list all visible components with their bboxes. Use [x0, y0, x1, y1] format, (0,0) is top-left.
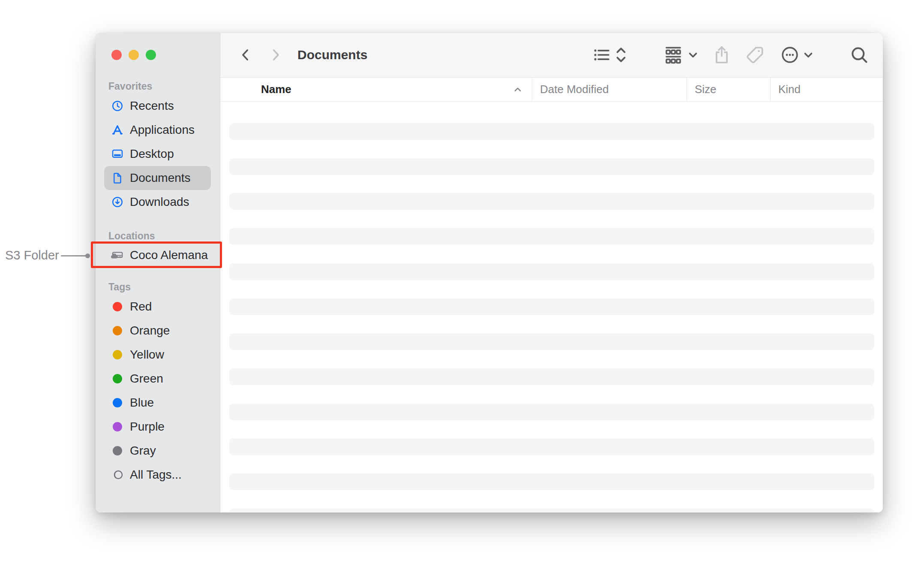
- minimize-button[interactable]: [129, 50, 139, 60]
- zoom-button[interactable]: [146, 50, 156, 60]
- placeholder-row[interactable]: [229, 368, 874, 385]
- share-icon[interactable]: [712, 44, 731, 66]
- sidebar-section-tags: Tags: [108, 281, 220, 293]
- view-sort-control-icon[interactable]: [614, 45, 628, 64]
- sidebar-item-tag-purple[interactable]: Purple: [104, 415, 211, 439]
- group-view-icon[interactable]: [663, 44, 684, 66]
- sidebar-section-locations: Locations: [108, 230, 220, 242]
- sidebar-item-label: Recents: [130, 99, 174, 113]
- yellow-tag-dot-icon: [111, 348, 124, 361]
- window-controls: [111, 50, 156, 60]
- sidebar-item-all-tags[interactable]: All Tags...: [104, 463, 211, 487]
- placeholder-row[interactable]: [229, 404, 874, 420]
- gray-tag-dot-icon: [111, 444, 124, 457]
- column-header-kind[interactable]: Kind: [770, 78, 883, 101]
- sidebar-section-favorites: Favorites: [108, 80, 220, 92]
- sidebar-item-label: Green: [130, 372, 163, 386]
- sidebar-item-label: Yellow: [130, 348, 164, 362]
- sidebar-item-applications[interactable]: Applications: [104, 118, 211, 142]
- orange-tag-dot-icon: [111, 324, 124, 337]
- sidebar-item-label: Orange: [130, 324, 170, 338]
- close-button[interactable]: [111, 50, 122, 60]
- placeholder-row[interactable]: [229, 228, 874, 245]
- sidebar-item-recents[interactable]: Recents: [104, 94, 211, 118]
- sidebar-item-label: Red: [130, 300, 152, 314]
- sidebar-item-tag-red[interactable]: Red: [104, 295, 211, 319]
- purple-tag-dot-icon: [111, 420, 124, 433]
- search-icon[interactable]: [849, 45, 869, 65]
- placeholder-row[interactable]: [229, 473, 874, 490]
- sidebar-item-label: Desktop: [130, 147, 174, 161]
- sidebar-item-label: Applications: [130, 123, 195, 137]
- sidebar-item-tag-orange[interactable]: Orange: [104, 319, 211, 343]
- sidebar-content: Favorites Recents: [96, 74, 220, 487]
- sidebar-item-tag-green[interactable]: Green: [104, 367, 211, 391]
- list-view-icon[interactable]: [592, 45, 611, 64]
- annotation-pointer-dot: [85, 253, 90, 258]
- sidebar-item-label: All Tags...: [130, 468, 182, 482]
- document-icon: [111, 172, 124, 184]
- sidebar-item-label: Purple: [130, 420, 165, 434]
- placeholder-row[interactable]: [229, 158, 874, 175]
- main-panel: Documents: [220, 33, 883, 513]
- sidebar-item-tag-blue[interactable]: Blue: [104, 391, 211, 415]
- annotation-s3-folder-label: S3 Folder: [5, 248, 59, 262]
- file-list: [220, 102, 883, 513]
- app-store-icon: [111, 124, 124, 136]
- desktop-icon: [111, 148, 124, 160]
- sidebar-item-documents[interactable]: Documents: [104, 166, 211, 190]
- group-view-caret-icon[interactable]: [687, 49, 699, 60]
- tags-group: Red Orange Yellow Green Blue: [96, 295, 220, 487]
- tags-icon[interactable]: [745, 45, 765, 65]
- sidebar-item-label: Downloads: [130, 195, 189, 209]
- download-circle-icon: [111, 196, 124, 208]
- placeholder-row[interactable]: [229, 123, 874, 140]
- clock-icon: [111, 100, 124, 112]
- sidebar-item-tag-yellow[interactable]: Yellow: [104, 343, 211, 367]
- placeholder-row[interactable]: [229, 509, 874, 513]
- annotation-highlight-box: [91, 241, 222, 268]
- more-actions-icon[interactable]: [780, 45, 800, 65]
- favorites-group: Recents Applications: [96, 94, 220, 214]
- finder-window: Favorites Recents: [96, 33, 883, 513]
- sidebar-item-label: Documents: [130, 171, 191, 185]
- sidebar: Favorites Recents: [96, 33, 220, 513]
- annotation-pointer-line: [61, 255, 86, 256]
- blue-tag-dot-icon: [111, 396, 124, 409]
- column-header-row: Name Date Modified Size Kind: [220, 78, 883, 102]
- sidebar-item-desktop[interactable]: Desktop: [104, 142, 211, 166]
- green-tag-dot-icon: [111, 372, 124, 385]
- all-tags-icon: [111, 468, 124, 481]
- back-button[interactable]: [238, 47, 253, 63]
- placeholder-row[interactable]: [229, 263, 874, 280]
- placeholder-row[interactable]: [229, 299, 874, 315]
- placeholder-row[interactable]: [229, 193, 874, 210]
- more-actions-caret-icon[interactable]: [803, 49, 814, 60]
- sidebar-item-tag-gray[interactable]: Gray: [104, 439, 211, 463]
- toolbar: Documents: [220, 33, 883, 78]
- column-header-name[interactable]: Name: [220, 78, 532, 101]
- window-title: Documents: [297, 48, 367, 62]
- sidebar-item-downloads[interactable]: Downloads: [104, 190, 211, 214]
- placeholder-row[interactable]: [229, 333, 874, 350]
- sidebar-item-label: Blue: [130, 396, 154, 410]
- red-tag-dot-icon: [111, 300, 124, 313]
- column-header-size[interactable]: Size: [687, 78, 770, 101]
- sort-ascending-icon: [513, 85, 522, 94]
- placeholder-row[interactable]: [229, 438, 874, 455]
- sidebar-item-label: Gray: [130, 444, 156, 458]
- forward-button[interactable]: [268, 47, 283, 63]
- column-header-date-modified[interactable]: Date Modified: [532, 78, 687, 101]
